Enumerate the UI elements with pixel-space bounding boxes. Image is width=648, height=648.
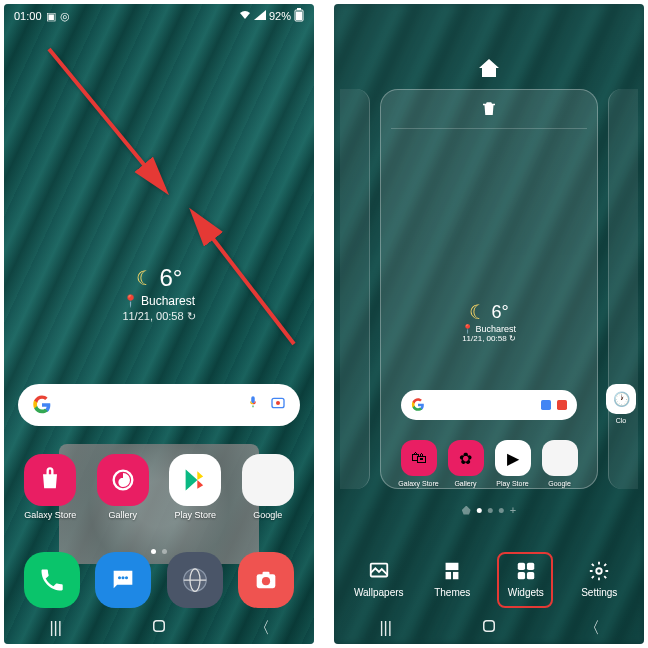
nav-home[interactable] [134, 617, 184, 639]
svg-point-10 [118, 576, 121, 579]
google-search-bar[interactable] [18, 384, 300, 426]
wallpapers-button[interactable]: Wallpapers [346, 560, 412, 598]
internet-app[interactable] [167, 552, 223, 608]
gallery-icon [97, 454, 149, 506]
google-folder-icon [242, 454, 294, 506]
svg-point-8 [276, 401, 280, 405]
svg-point-31 [597, 568, 603, 574]
mic-icon[interactable] [246, 395, 260, 415]
app-label: Google [253, 510, 282, 520]
side-app-clock[interactable]: 🕐 Clo [606, 384, 636, 424]
svg-rect-24 [446, 563, 459, 570]
preview-page-prev[interactable] [340, 89, 370, 489]
preview-weather: ☾6° 📍 Bucharest 11/21, 00:58 ↻ [462, 300, 516, 343]
themes-button[interactable]: Themes [419, 560, 485, 598]
widgets-button[interactable]: Widgets [493, 560, 559, 598]
app-google-folder[interactable]: Google [236, 454, 300, 520]
edit-label: Wallpapers [354, 587, 404, 598]
moon-icon: ☾ [136, 266, 154, 290]
lens-icon[interactable] [270, 395, 286, 415]
svg-point-18 [262, 577, 270, 585]
nav-recents[interactable]: ||| [361, 619, 411, 637]
svg-rect-22 [557, 400, 567, 410]
dock [4, 552, 314, 608]
app-galaxy-store[interactable]: Galaxy Store [18, 454, 82, 520]
play-store-icon [169, 454, 221, 506]
google-logo-icon [32, 395, 52, 415]
location-pin-icon: 📍 [462, 324, 473, 334]
home-indicator-icon[interactable] [479, 59, 499, 81]
datetime: 11/21, 00:58 [122, 310, 183, 322]
app-gallery[interactable]: Gallery [91, 454, 155, 520]
nav-bar: ||| 〈 [4, 612, 314, 644]
moon-icon: ☾ [469, 300, 487, 324]
phone-app[interactable] [24, 552, 80, 608]
phone-homescreen: 01:00 ▣ ◎ 92% ☾ 6° 📍 Buchare [4, 4, 314, 644]
dot-active [477, 508, 482, 513]
camera-app[interactable] [238, 552, 294, 608]
app-label: Play Store [174, 510, 216, 520]
image-icon: ▣ [46, 10, 56, 23]
clock-icon: 🕐 [606, 384, 636, 414]
svg-rect-2 [296, 12, 302, 21]
annotation-arrow-2 [184, 204, 304, 358]
nav-back[interactable]: 〈 [237, 618, 287, 639]
edit-label: Themes [434, 587, 470, 598]
preview-page-next[interactable] [608, 89, 638, 489]
galaxy-store-icon [24, 454, 76, 506]
svg-rect-1 [297, 8, 301, 10]
location-pin-icon: 📍 [123, 294, 138, 308]
svg-rect-21 [541, 400, 551, 410]
svg-rect-20 [154, 621, 165, 632]
clock-text: 01:00 [14, 10, 42, 22]
edit-toolbar: Wallpapers Themes Widgets Settings [334, 560, 644, 598]
edit-label: Settings [581, 587, 617, 598]
delete-page-icon[interactable] [480, 100, 498, 122]
google-folder-icon [542, 440, 578, 476]
svg-line-6 [194, 214, 294, 344]
app-play-store[interactable]: Play Store [163, 454, 227, 520]
app-label: Clo [606, 417, 636, 424]
svg-rect-19 [263, 572, 270, 576]
wallpapers-icon [368, 560, 390, 582]
svg-rect-25 [446, 572, 452, 579]
homescreen-preview[interactable]: ☾6° 📍 Bucharest 11/21, 00:58 ↻ 🛍Galaxy S… [380, 89, 598, 489]
app-row: Galaxy Store Gallery Play Store Google [4, 454, 314, 520]
add-page-icon[interactable]: + [510, 504, 516, 516]
svg-point-12 [125, 576, 128, 579]
play-store-icon: ▶ [495, 440, 531, 476]
svg-point-11 [122, 576, 125, 579]
preview-search [401, 390, 577, 420]
svg-line-4 [49, 49, 164, 189]
app-label: Gallery [108, 510, 137, 520]
annotation-highlight [497, 552, 553, 608]
dot [488, 508, 493, 513]
battery-icon [294, 8, 304, 24]
edit-page-indicator[interactable]: + [462, 504, 516, 516]
settings-icon [588, 560, 610, 582]
themes-icon [441, 560, 463, 582]
svg-rect-26 [453, 572, 459, 579]
annotation-arrow-1 [44, 44, 184, 208]
dot [499, 508, 504, 513]
preview-apps: 🛍Galaxy Store ✿Gallery ▶Play Store Googl… [381, 440, 597, 487]
gallery-icon: ✿ [448, 440, 484, 476]
messages-app[interactable] [95, 552, 151, 608]
status-bar: 01:00 ▣ ◎ 92% [4, 4, 314, 28]
nav-back[interactable]: 〈 [567, 618, 617, 639]
nav-recents[interactable]: ||| [31, 619, 81, 637]
nav-bar: ||| 〈 [334, 612, 644, 644]
divider [391, 128, 587, 129]
battery-text: 92% [269, 10, 291, 22]
temperature: 6° [160, 264, 183, 292]
nav-home[interactable] [464, 617, 514, 639]
svg-rect-32 [484, 621, 495, 632]
home-dot-icon [462, 506, 471, 515]
signal-icon [254, 10, 266, 22]
app-label: Galaxy Store [24, 510, 76, 520]
target-icon: ◎ [60, 10, 70, 23]
galaxy-store-icon: 🛍 [401, 440, 437, 476]
settings-button[interactable]: Settings [566, 560, 632, 598]
phone-editmode: 🕐 Clo ☾6° 📍 Bucharest 11/21, 00:58 ↻ 🛍Ga… [334, 4, 644, 644]
wifi-icon [239, 10, 251, 22]
